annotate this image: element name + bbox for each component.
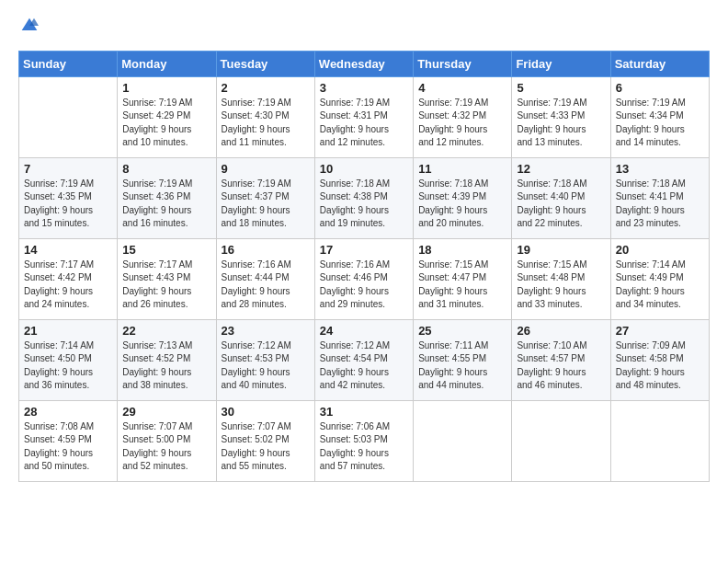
daylight-text: Daylight: 9 hours (616, 366, 704, 380)
sunrise-text: Sunrise: 7:19 AM (616, 97, 704, 110)
calendar-cell: 15Sunrise: 7:17 AMSunset: 4:43 PMDayligh… (118, 238, 216, 319)
calendar-cell (512, 400, 610, 481)
cell-info: Sunrise: 7:07 AMSunset: 5:02 PMDaylight:… (222, 420, 310, 474)
sunrise-text: Sunrise: 7:19 AM (122, 97, 210, 110)
daylight-text2: and 48 minutes. (616, 379, 704, 393)
daylight-text2: and 44 minutes. (418, 379, 506, 393)
daylight-text: Daylight: 9 hours (122, 204, 210, 218)
daylight-text: Daylight: 9 hours (122, 285, 210, 299)
day-number: 12 (517, 162, 605, 176)
daylight-text2: and 33 minutes. (517, 298, 605, 312)
sunrise-text: Sunrise: 7:19 AM (418, 97, 506, 110)
daylight-text2: and 28 minutes. (222, 298, 310, 312)
col-tuesday: Tuesday (216, 51, 314, 76)
sunrise-text: Sunrise: 7:08 AM (24, 420, 112, 434)
calendar-cell: 9Sunrise: 7:19 AMSunset: 4:37 PMDaylight… (216, 157, 314, 238)
day-number: 21 (24, 324, 112, 338)
col-sunday: Sunday (19, 51, 118, 76)
cell-info: Sunrise: 7:11 AMSunset: 4:55 PMDaylight:… (418, 339, 506, 393)
daylight-text2: and 50 minutes. (24, 460, 112, 474)
daylight-text: Daylight: 9 hours (24, 447, 112, 461)
calendar-cell: 6Sunrise: 7:19 AMSunset: 4:34 PMDaylight… (610, 76, 709, 157)
daylight-text: Daylight: 9 hours (418, 204, 506, 218)
daylight-text2: and 13 minutes. (517, 136, 605, 150)
calendar-cell: 11Sunrise: 7:18 AMSunset: 4:39 PMDayligh… (414, 157, 512, 238)
daylight-text: Daylight: 9 hours (24, 285, 112, 299)
sunset-text: Sunset: 4:31 PM (320, 109, 408, 123)
daylight-text: Daylight: 9 hours (222, 204, 310, 218)
cell-info: Sunrise: 7:15 AMSunset: 4:48 PMDaylight:… (517, 259, 605, 312)
daylight-text: Daylight: 9 hours (222, 285, 310, 299)
daylight-text2: and 57 minutes. (320, 460, 408, 474)
calendar-cell (610, 400, 709, 481)
day-number: 26 (517, 324, 605, 338)
day-number: 1 (122, 81, 210, 95)
cell-info: Sunrise: 7:16 AMSunset: 4:46 PMDaylight:… (320, 259, 408, 312)
day-number: 7 (24, 162, 112, 176)
daylight-text: Daylight: 9 hours (517, 366, 605, 380)
sunrise-text: Sunrise: 7:14 AM (616, 259, 704, 272)
calendar-cell: 10Sunrise: 7:18 AMSunset: 4:38 PMDayligh… (314, 157, 413, 238)
sunrise-text: Sunrise: 7:18 AM (320, 178, 408, 191)
sunset-text: Sunset: 4:46 PM (320, 271, 408, 285)
day-number: 22 (122, 324, 210, 338)
sunrise-text: Sunrise: 7:15 AM (418, 259, 506, 272)
calendar-cell: 28Sunrise: 7:08 AMSunset: 4:59 PMDayligh… (19, 400, 118, 481)
daylight-text: Daylight: 9 hours (222, 366, 310, 380)
sunrise-text: Sunrise: 7:17 AM (122, 259, 210, 272)
sunset-text: Sunset: 4:49 PM (616, 271, 704, 285)
sunset-text: Sunset: 4:39 PM (418, 190, 506, 204)
cell-info: Sunrise: 7:08 AMSunset: 4:59 PMDaylight:… (24, 420, 112, 474)
calendar-cell: 16Sunrise: 7:16 AMSunset: 4:44 PMDayligh… (216, 238, 314, 319)
cell-info: Sunrise: 7:10 AMSunset: 4:57 PMDaylight:… (517, 339, 605, 393)
sunset-text: Sunset: 5:00 PM (122, 433, 210, 447)
calendar-cell: 2Sunrise: 7:19 AMSunset: 4:30 PMDaylight… (216, 76, 314, 157)
sunset-text: Sunset: 4:50 PM (24, 352, 112, 366)
table-row: 7Sunrise: 7:19 AMSunset: 4:35 PMDaylight… (19, 157, 710, 238)
col-saturday: Saturday (610, 51, 709, 76)
cell-info: Sunrise: 7:13 AMSunset: 4:52 PMDaylight:… (122, 339, 210, 393)
daylight-text: Daylight: 9 hours (418, 285, 506, 299)
sunrise-text: Sunrise: 7:12 AM (320, 339, 408, 353)
calendar-cell: 25Sunrise: 7:11 AMSunset: 4:55 PMDayligh… (414, 319, 512, 400)
daylight-text: Daylight: 9 hours (517, 285, 605, 299)
sunset-text: Sunset: 4:44 PM (222, 271, 310, 285)
cell-info: Sunrise: 7:19 AMSunset: 4:30 PMDaylight:… (222, 97, 310, 150)
logo-text (18, 15, 39, 40)
calendar-cell: 31Sunrise: 7:06 AMSunset: 5:03 PMDayligh… (314, 400, 413, 481)
daylight-text2: and 26 minutes. (122, 298, 210, 312)
sunset-text: Sunset: 4:55 PM (418, 352, 506, 366)
cell-info: Sunrise: 7:19 AMSunset: 4:36 PMDaylight:… (122, 178, 210, 231)
daylight-text: Daylight: 9 hours (418, 366, 506, 380)
sunrise-text: Sunrise: 7:07 AM (122, 420, 210, 434)
sunset-text: Sunset: 4:59 PM (24, 433, 112, 447)
calendar-cell: 22Sunrise: 7:13 AMSunset: 4:52 PMDayligh… (118, 319, 216, 400)
daylight-text: Daylight: 9 hours (616, 204, 704, 218)
sunset-text: Sunset: 4:42 PM (24, 271, 112, 285)
sunset-text: Sunset: 4:41 PM (616, 190, 704, 204)
sunset-text: Sunset: 4:58 PM (616, 352, 704, 366)
daylight-text2: and 42 minutes. (320, 379, 408, 393)
sunset-text: Sunset: 4:40 PM (517, 190, 605, 204)
daylight-text2: and 29 minutes. (320, 298, 408, 312)
sunset-text: Sunset: 5:02 PM (222, 433, 310, 447)
calendar-cell: 19Sunrise: 7:15 AMSunset: 4:48 PMDayligh… (512, 238, 610, 319)
calendar-cell (19, 76, 118, 157)
cell-info: Sunrise: 7:12 AMSunset: 4:54 PMDaylight:… (320, 339, 408, 393)
sunset-text: Sunset: 4:57 PM (517, 352, 605, 366)
day-number: 11 (418, 162, 506, 176)
cell-info: Sunrise: 7:07 AMSunset: 5:00 PMDaylight:… (122, 420, 210, 474)
day-number: 5 (517, 81, 605, 95)
weekday-header-row: Sunday Monday Tuesday Wednesday Thursday… (19, 51, 710, 76)
page-container: Sunday Monday Tuesday Wednesday Thursday… (18, 15, 710, 482)
daylight-text2: and 22 minutes. (517, 217, 605, 231)
sunset-text: Sunset: 4:52 PM (122, 352, 210, 366)
day-number: 13 (616, 162, 704, 176)
sunrise-text: Sunrise: 7:16 AM (320, 259, 408, 272)
sunrise-text: Sunrise: 7:19 AM (222, 97, 310, 110)
cell-info: Sunrise: 7:14 AMSunset: 4:50 PMDaylight:… (24, 339, 112, 393)
sunrise-text: Sunrise: 7:15 AM (517, 259, 605, 272)
cell-info: Sunrise: 7:19 AMSunset: 4:32 PMDaylight:… (418, 97, 506, 150)
cell-info: Sunrise: 7:18 AMSunset: 4:41 PMDaylight:… (616, 178, 704, 231)
calendar-cell: 1Sunrise: 7:19 AMSunset: 4:29 PMDaylight… (118, 76, 216, 157)
